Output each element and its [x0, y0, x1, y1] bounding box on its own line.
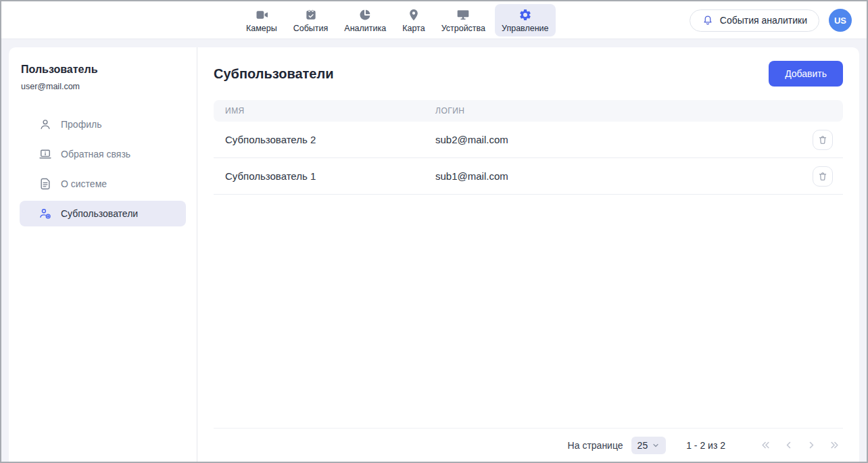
next-page-button[interactable]: [802, 437, 820, 454]
per-page-label: На странице: [568, 440, 623, 451]
trash-icon: [817, 135, 828, 145]
sidebar-item-label: Профиль: [61, 119, 101, 130]
previous-page-icon: [782, 439, 795, 452]
content-card: Пользователь user@mail.com Профиль Обрат…: [9, 47, 859, 462]
table-header-row: ИМЯ ЛОГИН: [214, 100, 843, 122]
next-page-icon: [805, 439, 818, 452]
sidebar-item-about[interactable]: О системе: [20, 171, 186, 197]
table-row: Субпользователь 1 sub1@mail.com: [214, 158, 843, 195]
person-icon: [39, 118, 52, 131]
first-page-button[interactable]: [756, 437, 774, 454]
gear-icon: [519, 8, 532, 22]
main-header: Субпользователи Добавить: [214, 61, 843, 87]
subuser-login: sub2@mail.com: [435, 134, 813, 145]
first-page-icon: [759, 439, 772, 452]
delete-subuser-button[interactable]: [813, 166, 833, 187]
pagination-range: 1 - 2 из 2: [686, 440, 725, 451]
subuser-name: Субпользователь 1: [214, 170, 435, 182]
pagination-bar: На странице 25 1 - 2 из 2: [214, 428, 843, 462]
per-page-value: 25: [637, 440, 648, 451]
column-header-login: ЛОГИН: [435, 106, 843, 116]
add-subuser-button[interactable]: Добавить: [769, 61, 843, 87]
nav-item-devices[interactable]: Устройства: [435, 4, 492, 36]
last-page-button[interactable]: [825, 437, 843, 454]
subuser-name: Субпользователь 2: [214, 134, 435, 145]
map-pin-icon: [407, 8, 420, 22]
nav-item-label: Аналитика: [344, 24, 386, 33]
person-add-icon: [39, 207, 52, 220]
sidebar-item-label: О системе: [61, 178, 107, 189]
sidebar-item-subusers[interactable]: Субпользователи: [20, 201, 186, 226]
chevron-down-icon: [652, 441, 660, 449]
sidebar-menu: Профиль Обратная связь О системе: [9, 112, 197, 226]
pager-arrows: [756, 437, 843, 454]
per-page-select[interactable]: 25: [631, 437, 667, 454]
last-page-icon: [828, 439, 841, 452]
nav-item-management[interactable]: Управление: [495, 4, 556, 36]
nav-item-map[interactable]: Карта: [395, 4, 431, 36]
page-body: Пользователь user@mail.com Профиль Обрат…: [1, 39, 867, 462]
nav-item-label: События: [293, 24, 329, 33]
column-header-name: ИМЯ: [214, 106, 435, 116]
sidebar-item-label: Субпользователи: [61, 208, 138, 219]
app-window: Камеры События Аналитика Карта: [0, 0, 868, 463]
user-avatar[interactable]: US: [829, 9, 852, 32]
monitor-icon: [456, 8, 470, 22]
previous-page-button[interactable]: [779, 437, 797, 454]
nav-item-events[interactable]: События: [287, 4, 335, 36]
main-nav: Камеры События Аналитика Карта: [239, 4, 556, 36]
page-title: Субпользователи: [214, 66, 333, 82]
subuser-login: sub1@mail.com: [435, 170, 813, 182]
pie-chart-icon: [358, 8, 372, 22]
analytics-events-label: События аналитики: [720, 15, 807, 26]
feedback-icon: [39, 147, 52, 161]
bell-icon: [702, 14, 714, 26]
header-right-group: События аналитики US: [690, 1, 852, 39]
sidebar-item-profile[interactable]: Профиль: [20, 112, 186, 137]
nav-item-label: Управление: [502, 24, 549, 33]
nav-item-cameras[interactable]: Камеры: [239, 4, 284, 36]
nav-item-analytics[interactable]: Аналитика: [337, 4, 393, 36]
nav-item-label: Устройства: [441, 24, 485, 33]
sidebar: Пользователь user@mail.com Профиль Обрат…: [9, 47, 197, 462]
analytics-events-button[interactable]: События аналитики: [690, 9, 819, 32]
top-navigation-bar: Камеры События Аналитика Карта: [1, 1, 867, 39]
trash-icon: [817, 171, 828, 182]
events-icon: [304, 8, 318, 22]
table-row: Субпользователь 2 sub2@mail.com: [214, 122, 843, 158]
empty-area: [214, 195, 843, 428]
nav-item-label: Карта: [402, 24, 425, 33]
sidebar-title: Пользователь: [21, 64, 185, 76]
delete-subuser-button[interactable]: [813, 130, 833, 150]
nav-item-label: Камеры: [246, 24, 277, 33]
main-content: Субпользователи Добавить ИМЯ ЛОГИН Субпо…: [197, 47, 859, 462]
subusers-table: ИМЯ ЛОГИН Субпользователь 2 sub2@mail.co…: [214, 100, 843, 195]
user-email: user@mail.com: [21, 82, 185, 91]
video-camera-icon: [255, 8, 268, 22]
document-icon: [39, 177, 52, 191]
sidebar-item-label: Обратная связь: [61, 149, 130, 160]
sidebar-item-feedback[interactable]: Обратная связь: [20, 141, 186, 167]
